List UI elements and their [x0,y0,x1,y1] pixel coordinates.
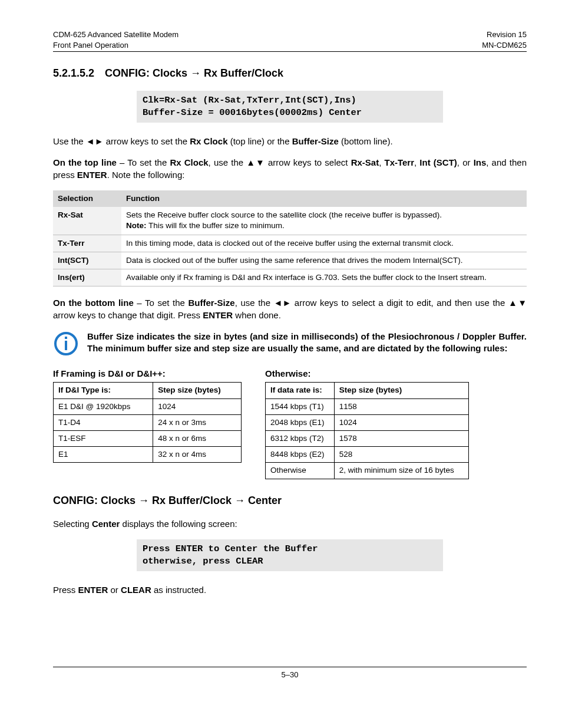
lcd-line-1: Clk=Rx-Sat (Rx-Sat,TxTerr,Int(SCT),Ins) [143,94,437,107]
paragraph-5: Press ENTER or CLEAR as instructed. [53,584,527,596]
svg-rect-1 [65,337,67,339]
header-left-2: Front Panel Operation [53,40,178,51]
lcd-display-1: Clk=Rx-Sat (Rx-Sat,TxTerr,Int(SCT),Ins) … [137,91,443,123]
section-heading-2: CONFIG: Clocks → Rx Buffer/Clock → Cente… [53,493,527,508]
page-footer: 5–30 [53,667,527,680]
left-table: If D&I Type is:Step size (bytes) E1 D&I … [53,382,242,463]
table-row: Otherwise2, with minimum size of 16 byte… [266,463,469,479]
table-row: Ins(ert) Available only if Rx framing is… [53,269,527,286]
section-number: 5.2.1.5.2 [53,67,94,79]
paragraph-1: Use the ◄► arrow keys to set the Rx Cloc… [53,136,527,147]
seltable-h2: Function [121,190,527,207]
left-table-title: If Framing is D&I or D&I++: [53,368,242,380]
table-row: 6312 kbps (T2)1578 [266,430,469,446]
table-row: 2048 kbps (E1)1024 [266,414,469,430]
header-left-1: CDM-625 Advanced Satellite Modem [53,29,178,40]
table-row: Int(SCT) Data is clocked out of the buff… [53,252,527,269]
paragraph-2: On the top line – To set the Rx Clock, u… [53,157,527,181]
table-row: 1544 kbps (T1)1158 [266,398,469,414]
header-right-1: Revision 15 [482,29,527,40]
seltable-h1: Selection [53,190,121,207]
note-text: Buffer Size indicates the size in bytes … [87,331,527,355]
lcd-line-2: Buffer-Size = 00016bytes(00002ms) Center [143,107,437,119]
table-row: E132 x n or 4ms [54,447,242,463]
paragraph-3: On the bottom line – To set the Buffer-S… [53,297,527,321]
table-row: T1-D424 x n or 3ms [54,414,242,430]
lcd-line-2: otherwise, press CLEAR [143,555,437,568]
lcd-display-2: Press ENTER to Center the Buffer otherwi… [137,539,443,571]
header-right-2: MN-CDM625 [482,40,527,51]
table-row: T1-ESF48 x n or 6ms [54,430,242,446]
two-column-tables: If Framing is D&I or D&I++: If D&I Type … [53,368,527,479]
page-header: CDM-625 Advanced Satellite Modem Front P… [53,29,527,52]
table-row: Tx-Terr In this timing mode, data is clo… [53,235,527,252]
section-heading-1: 5.2.1.5.2CONFIG: Clocks → Rx Buffer/Cloc… [53,66,527,80]
note-block: Buffer Size indicates the size in bytes … [53,331,527,360]
right-table-title: Otherwise: [265,368,469,380]
selection-table: Selection Function Rx-Sat Sets the Recei… [53,190,527,286]
right-table: If data rate is:Step size (bytes) 1544 k… [265,382,469,479]
paragraph-4: Selecting Center displays the following … [53,518,527,530]
svg-rect-2 [65,341,67,350]
table-row: Rx-Sat Sets the Receive buffer clock sou… [53,207,527,235]
lcd-line-1: Press ENTER to Center the Buffer [143,543,437,555]
section-title: CONFIG: Clocks → Rx Buffer/Clock [105,67,283,79]
info-icon [53,331,79,360]
table-row: E1 D&I @ 1920kbps1024 [54,398,242,414]
table-row: 8448 kbps (E2)528 [266,447,469,463]
